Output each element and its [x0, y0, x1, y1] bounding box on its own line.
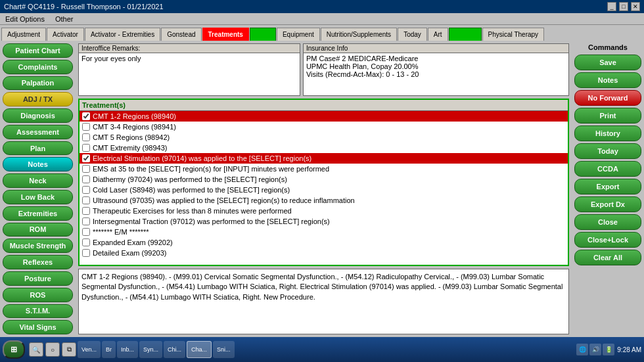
treatment-label-7: Cold Laser (S8948) was performed to the …: [93, 186, 290, 194]
insurance-header: Insurance Info: [304, 44, 568, 53]
treatment-checkbox-5[interactable]: [82, 165, 90, 173]
tab-nutrition[interactable]: Nutrition/Supplements: [321, 28, 397, 41]
treatment-checkbox-12[interactable]: [82, 238, 90, 246]
title-bar: Chart# QC4119 - Russell Thompson - 01/21…: [0, 0, 644, 13]
tab-today[interactable]: Today: [398, 28, 427, 41]
maximize-button[interactable]: □: [619, 2, 628, 11]
menu-other[interactable]: Other: [53, 14, 76, 24]
treatment-item-8[interactable]: Ultrasound (97035) was applied to the [S…: [80, 195, 568, 206]
close-button[interactable]: ✕: [631, 2, 640, 11]
tab-adjustment[interactable]: Adjustment: [1, 28, 46, 41]
sidebar-assessment[interactable]: Assessment: [3, 125, 73, 139]
treatment-checkbox-4[interactable]: [82, 154, 90, 162]
tab-active-green2[interactable]: [449, 28, 482, 41]
cmd-today[interactable]: Today: [574, 143, 641, 159]
cmd-save[interactable]: Save: [574, 55, 641, 70]
tray-volume[interactable]: 🔊: [589, 344, 601, 355]
cmd-clear-all[interactable]: Clear All: [574, 250, 641, 265]
tab-activator-extremities[interactable]: Activator - Extremities: [85, 28, 160, 41]
sidebar-reflexes[interactable]: Reflexes: [3, 255, 73, 269]
taskbar-quick-launch: 🔍 ○ ⧉: [29, 342, 76, 357]
treatment-checkbox-3[interactable]: [82, 144, 90, 152]
taskbar-taskview-icon[interactable]: ⧉: [62, 342, 76, 357]
sidebar-palpation[interactable]: Palpation: [3, 76, 73, 91]
treatment-checkbox-7[interactable]: [82, 186, 90, 194]
sidebar-vital-signs[interactable]: Vital Signs: [3, 320, 73, 334]
sidebar-diagnosis[interactable]: Diagnosis: [3, 108, 73, 123]
sidebar-plan[interactable]: Plan: [3, 141, 73, 156]
cmd-close-lock[interactable]: Close+Lock: [574, 232, 641, 248]
tray-battery[interactable]: 🔋: [603, 344, 614, 355]
sidebar-muscle-strength[interactable]: Muscle Strength: [3, 238, 73, 253]
treatment-checkbox-0[interactable]: [82, 112, 90, 120]
cmd-notes[interactable]: Notes: [574, 72, 641, 88]
sidebar-posture[interactable]: Posture: [3, 271, 73, 286]
treatment-label-3: CMT Extremity (98943): [93, 144, 168, 152]
tab-treatments[interactable]: Treatments: [202, 28, 249, 41]
cmd-ccda[interactable]: CCDA: [574, 161, 641, 177]
treatment-checkbox-11[interactable]: [82, 228, 90, 236]
tab-equipment[interactable]: Equipment: [277, 28, 320, 41]
tab-activator[interactable]: Activator: [47, 28, 84, 41]
interoffice-content[interactable]: For your eyes only: [79, 53, 300, 64]
taskbar-app-1[interactable]: Br: [102, 341, 116, 358]
treatment-item-10[interactable]: Intersegmental Traction (97012) was perf…: [80, 216, 568, 227]
tab-art[interactable]: Art: [428, 28, 448, 41]
sidebar-notes[interactable]: Notes: [3, 157, 73, 171]
treatment-item-13[interactable]: Detailed Exam (99203): [80, 248, 568, 258]
treatment-item-1[interactable]: CMT 3-4 Regions (98941): [80, 122, 568, 132]
sidebar-adj-tx[interactable]: ADJ / TX: [3, 92, 73, 106]
treatment-item-6[interactable]: Diathermy (97024) was performed to the […: [80, 174, 568, 185]
treatment-checkbox-6[interactable]: [82, 175, 90, 183]
sidebar-patient-chart[interactable]: Patient Chart: [3, 43, 73, 58]
taskbar-app-0[interactable]: Ven...: [78, 341, 101, 358]
minimize-button[interactable]: _: [607, 2, 616, 11]
sidebar-low-back[interactable]: Low Back: [3, 190, 73, 204]
treatment-item-4[interactable]: Electrical Stimulation (97014) was appli…: [80, 153, 568, 164]
treatment-item-12[interactable]: Expanded Exam (99202): [80, 237, 568, 248]
treatment-checkbox-13[interactable]: [82, 249, 90, 257]
treatment-label-6: Diathermy (97024) was performed to the […: [93, 175, 287, 183]
treatment-item-2[interactable]: CMT 5 Regions (98942): [80, 132, 568, 143]
tray-network[interactable]: 🌐: [576, 344, 588, 355]
cmd-export-dx[interactable]: Export Dx: [574, 196, 641, 212]
treatment-checkbox-9[interactable]: [82, 207, 90, 215]
treatment-item-0[interactable]: CMT 1-2 Regions (98940): [80, 111, 568, 122]
taskbar-search-icon[interactable]: 🔍: [29, 342, 43, 357]
taskbar-cortana-icon[interactable]: ○: [45, 342, 60, 357]
treatment-item-5[interactable]: EMS at 35 to the [SELECT] region(s) for …: [80, 164, 568, 174]
tab-active-green[interactable]: [250, 28, 276, 41]
cmd-close[interactable]: Close: [574, 214, 641, 230]
tab-gonstead[interactable]: Gonstead: [161, 28, 201, 41]
cmd-export[interactable]: Export: [574, 179, 641, 194]
treatment-checkbox-1[interactable]: [82, 123, 90, 131]
treatment-checkbox-2[interactable]: [82, 133, 90, 141]
treatment-label-1: CMT 3-4 Regions (98941): [93, 123, 176, 131]
treatment-label-9: Therapeutic Exercises for less than 8 mi…: [93, 207, 292, 215]
treatment-checkbox-8[interactable]: [82, 196, 90, 204]
cmd-print[interactable]: Print: [574, 108, 641, 124]
cmd-no-forward[interactable]: No Forward: [574, 90, 641, 106]
cmd-history[interactable]: History: [574, 125, 641, 141]
taskbar-app-6[interactable]: Sni...: [213, 341, 235, 358]
taskbar-app-3[interactable]: Syn...: [139, 341, 162, 358]
start-button[interactable]: ⊞: [3, 340, 25, 359]
tab-physical-therapy[interactable]: Physical Therapy: [482, 28, 545, 41]
treatment-label-11: ******* E/M *******: [93, 228, 149, 236]
sidebar-complaints[interactable]: Complaints: [3, 60, 73, 74]
sidebar-rom[interactable]: ROM: [3, 223, 73, 237]
treatment-item-3[interactable]: CMT Extremity (98943): [80, 143, 568, 153]
sidebar-stim[interactable]: S.T.I.M.: [3, 304, 73, 319]
taskbar-app-4[interactable]: Chi...: [164, 341, 185, 358]
treatment-item-9[interactable]: Therapeutic Exercises for less than 8 mi…: [80, 206, 568, 216]
sidebar-extremities[interactable]: Extremities: [3, 206, 73, 221]
taskbar-app-5[interactable]: Cha...: [187, 341, 212, 358]
sidebar-neck[interactable]: Neck: [3, 173, 73, 188]
treatment-item-7[interactable]: Cold Laser (S8948) was performed to the …: [80, 185, 568, 195]
taskbar-app-2[interactable]: Inb...: [117, 341, 138, 358]
sidebar-ros[interactable]: ROS: [3, 288, 73, 302]
menu-edit-options[interactable]: Edit Options: [3, 14, 47, 24]
treatment-item-11[interactable]: ******* E/M *******: [80, 227, 568, 237]
description-box[interactable]: CMT 1-2 Regions (98940). - (M99.01) Cerv…: [78, 269, 569, 334]
treatment-checkbox-10[interactable]: [82, 217, 90, 225]
